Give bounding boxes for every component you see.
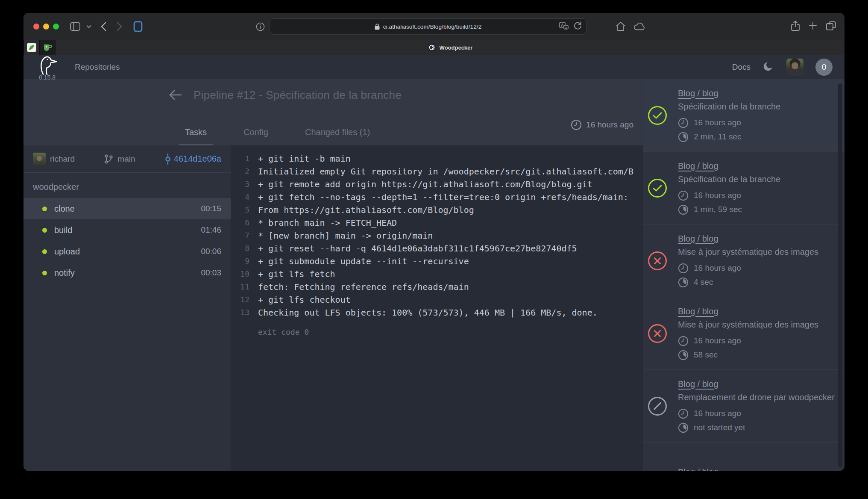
pipeline-card[interactable]: Blog / blog Remplacement de drone par wo…: [643, 443, 845, 471]
sidebar-toggle-icon[interactable]: [70, 22, 80, 31]
nav-docs[interactable]: Docs: [732, 62, 751, 72]
task-sidebar: richard main 4614d1e06a woodpecker clone: [23, 145, 231, 471]
browser-window: ci.athaliasoft.com/Blog/blog/build/12/2 …: [23, 13, 845, 471]
commit-message: Mise à jour systématique des images: [678, 247, 818, 257]
pipeline-created-text: 16 hours ago: [586, 120, 633, 130]
tab-config[interactable]: Config: [238, 127, 274, 145]
traffic-lights: [33, 24, 59, 30]
pipeline-created: 16 hours ago: [571, 119, 633, 130]
minimize-window-button[interactable]: [43, 24, 49, 30]
back-arrow-icon[interactable]: [169, 89, 182, 102]
log-line: 7* [new branch] main -> origin/main: [231, 229, 643, 242]
success-icon: [648, 179, 667, 198]
branch-icon: [104, 154, 113, 164]
close-window-button[interactable]: [33, 24, 39, 30]
pipeline-card[interactable]: Blog / blog Mise à jour systématique des…: [643, 297, 845, 370]
pipeline-title: Pipeline #12 - Spécification de la branc…: [194, 89, 402, 102]
pipeline-card[interactable]: Blog / blog Mise à jour systématique des…: [643, 224, 845, 297]
log-line: 12+ git lfs checkout: [231, 293, 643, 306]
duration-icon: [678, 204, 689, 215]
commit-message: Remplacement de drone par woodpecker: [678, 393, 835, 402]
lock-icon: [375, 24, 380, 30]
repo-link[interactable]: Blog / blog: [678, 161, 718, 171]
document-icon[interactable]: [133, 21, 143, 32]
pipeline-card[interactable]: Blog / blog Remplacement de drone par wo…: [643, 370, 845, 443]
repo-link[interactable]: Blog / blog: [678, 89, 718, 98]
pipeline-card[interactable]: Blog / blog Spécification de la branche …: [643, 79, 845, 152]
new-tab-icon[interactable]: [809, 22, 817, 31]
reload-icon[interactable]: [574, 21, 582, 32]
svg-text:a: a: [565, 26, 567, 30]
commit-info-row: richard main 4614d1e06a: [23, 145, 231, 173]
tab-overview-icon[interactable]: [826, 21, 836, 32]
clock-icon: [678, 190, 689, 201]
zoom-window-button[interactable]: [53, 24, 59, 30]
task-row-clone[interactable]: clone 00:15: [23, 198, 231, 219]
task-row-notify[interactable]: notify 00:03: [23, 262, 231, 283]
duration-icon: [678, 132, 689, 142]
tab-tasks[interactable]: Tasks: [179, 127, 213, 145]
task-row-upload[interactable]: upload 00:06: [23, 241, 231, 262]
log-line: 4+ git fetch --no-tags --depth=1 --filte…: [231, 191, 643, 204]
repo-link[interactable]: Blog / blog: [678, 307, 718, 316]
translate-icon[interactable]: Aa: [559, 22, 569, 31]
browser-toolbar: ci.athaliasoft.com/Blog/blog/build/12/2 …: [23, 13, 845, 40]
success-icon: [648, 106, 667, 125]
commit-link[interactable]: 4614d1e06a: [164, 154, 221, 165]
repo-link[interactable]: Blog / blog: [678, 467, 718, 471]
log-line: 3+ git remote add origin https://git.ath…: [231, 178, 643, 191]
notification-badge[interactable]: 0: [815, 59, 833, 76]
task-status-dot: [42, 228, 47, 233]
pinned-tab-gitea-cup[interactable]: [40, 40, 55, 55]
url-bar[interactable]: ci.athaliasoft.com/Blog/blog/build/12/2 …: [270, 18, 586, 35]
log-output[interactable]: 1+ git init -b main 2Initialized empty G…: [231, 145, 643, 471]
task-status-dot: [42, 271, 47, 275]
task-row-build[interactable]: build 01:46: [23, 219, 231, 241]
info-icon[interactable]: [256, 22, 265, 33]
back-button[interactable]: [101, 22, 106, 31]
pipeline-tabs: Tasks Config Changed files (1): [179, 127, 376, 145]
tab-title: Woodpecker: [440, 44, 473, 51]
clock-icon: [678, 408, 689, 419]
author-avatar: [33, 153, 46, 165]
duration-icon: [678, 350, 689, 360]
app-navbar: 0.15.8 Repositories Docs 0: [23, 55, 845, 79]
tab-changed-files[interactable]: Changed files (1): [299, 127, 376, 145]
skipped-icon: [648, 397, 667, 416]
scrollbar[interactable]: [838, 83, 842, 467]
tab-woodpecker[interactable]: Woodpecker: [56, 40, 845, 55]
pipeline-header: Pipeline #12 - Spécification de la branc…: [23, 79, 643, 145]
dark-mode-toggle-moon-icon[interactable]: [762, 60, 774, 74]
repo-link[interactable]: Blog / blog: [678, 379, 718, 389]
log-line: 8+ git reset --hard -q 4614d1e06a3dabf31…: [231, 242, 643, 255]
commit-branch: main: [104, 154, 135, 164]
log-line: 5From https://git.athaliasoft.com/Blog/b…: [231, 204, 643, 216]
user-avatar[interactable]: [786, 59, 803, 76]
commit-hash: 4614d1e06a: [174, 154, 221, 164]
task-status-dot: [42, 249, 47, 254]
workflow-group-label: woodpecker: [23, 173, 231, 198]
nav-repositories[interactable]: Repositories: [75, 62, 120, 72]
home-icon[interactable]: [616, 21, 626, 33]
commit-author: richard: [33, 153, 75, 165]
forward-button[interactable]: [117, 22, 122, 31]
log-line: 13Checking out LFS objects: 100% (573/57…: [231, 306, 643, 319]
feather-favicon-icon: [27, 43, 36, 52]
chevron-down-icon[interactable]: [86, 25, 91, 28]
log-line: 10+ git lfs fetch: [231, 268, 643, 281]
log-line: 9+ git submodule update --init --recursi…: [231, 255, 643, 268]
desktop: ci.athaliasoft.com/Blog/blog/build/12/2 …: [0, 0, 868, 499]
pipeline-list-sidebar: Blog / blog Spécification de la branche …: [643, 79, 845, 471]
tab-bar: Woodpecker: [23, 40, 845, 55]
pipeline-card[interactable]: Blog / blog Spécification de la branche …: [643, 152, 845, 224]
share-icon[interactable]: [791, 21, 800, 33]
clock-icon: [678, 336, 689, 346]
failure-icon: [648, 324, 667, 343]
repo-link[interactable]: Blog / blog: [678, 234, 718, 243]
clock-icon: [678, 118, 689, 128]
woodpecker-logo[interactable]: 0.15.8: [36, 55, 59, 79]
pinned-tab-gitea-feather[interactable]: [24, 40, 39, 55]
cloud-icon[interactable]: [633, 22, 645, 32]
commit-message: Mise à jour systématique des images: [678, 320, 818, 330]
task-status-dot: [42, 207, 47, 211]
